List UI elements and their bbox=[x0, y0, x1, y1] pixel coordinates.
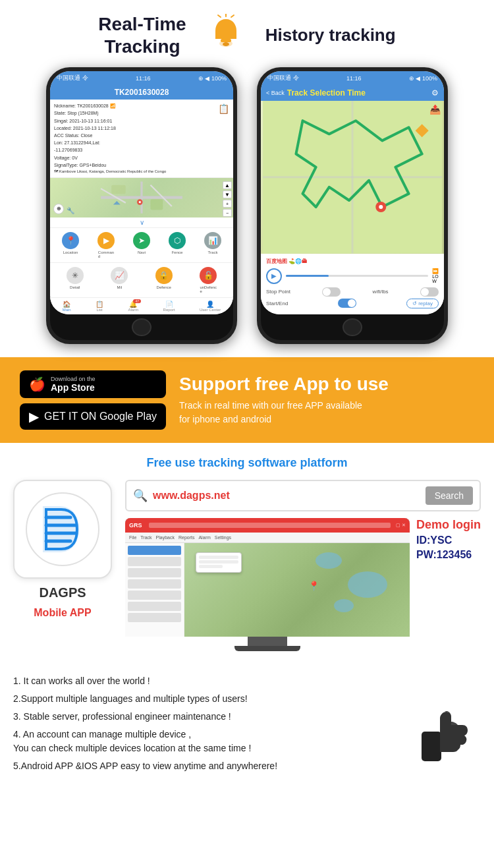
start-end-row: Start/End ↺ replay bbox=[266, 299, 439, 308]
platform-title: Free use tracking software platform bbox=[13, 456, 481, 470]
track-button[interactable]: 📊 Track bbox=[204, 232, 221, 258]
stop-point-label: Stop Point bbox=[266, 289, 290, 295]
grs-sidebar bbox=[125, 543, 184, 637]
right-phone-screen: 中国联通 令 11:16 ⊕ ◀ 100% < Back Track Selec… bbox=[261, 71, 444, 314]
navi-button[interactable]: ➤ Navi bbox=[133, 232, 150, 258]
app-store-top-label: Download on the bbox=[51, 376, 96, 382]
wifi-lbs-toggle[interactable] bbox=[420, 287, 439, 297]
search-bar[interactable]: 🔍 www.dagps.net Search bbox=[125, 480, 481, 511]
fence-button[interactable]: ⬡ Fence bbox=[169, 232, 186, 258]
url-text: www.dagps.net bbox=[153, 490, 420, 502]
right-platform: 🔍 www.dagps.net Search GRS ▢ ✕ bbox=[125, 480, 481, 651]
left-platform: DAGPS Mobile APP bbox=[13, 480, 112, 619]
monitor-display: GRS ▢ ✕ File Track Playback Reports Alar… bbox=[125, 518, 410, 637]
speed-label: LOW bbox=[432, 274, 438, 283]
mil-button[interactable]: 📈 Mil bbox=[111, 267, 128, 293]
right-status-time: 11:16 bbox=[346, 75, 362, 82]
right-phone-controls: 百度地图 ⛳🌐🏔 ▶ ⏩ LOW bbox=[261, 254, 444, 314]
app-store-button[interactable]: 🍎 Download on the App Store bbox=[20, 370, 166, 398]
undefence-button[interactable]: 🔓 unDefence bbox=[200, 267, 217, 293]
feature-1: 1. It can works all over the world ! bbox=[13, 674, 405, 688]
dagps-logo-svg bbox=[23, 490, 102, 569]
google-play-button[interactable]: ▶ GET IT ON Google Play bbox=[20, 403, 166, 430]
tab-report[interactable]: 📄 Report bbox=[163, 301, 175, 312]
map-popup bbox=[196, 552, 242, 573]
settings-icon[interactable]: ⚙ bbox=[431, 88, 439, 98]
play-button[interactable]: ▶ bbox=[266, 268, 282, 284]
status-left: 中国联通 令 bbox=[57, 74, 88, 82]
svg-point-19 bbox=[379, 205, 383, 209]
monitor-and-demo: GRS ▢ ✕ File Track Playback Reports Alar… bbox=[125, 518, 481, 651]
google-play-top-label: GET IT ON bbox=[44, 411, 96, 422]
phones-row: 中国联通 令 11:16 ⊕ ◀ 100% TK2001630028 Nickn… bbox=[13, 67, 481, 344]
monitor-screen: GRS ▢ ✕ File Track Playback Reports Alar… bbox=[125, 518, 410, 637]
yellow-section: 🍎 Download on the App Store ▶ GET IT ON … bbox=[0, 357, 494, 443]
feature-2: 2.Support multiple languages and multipl… bbox=[13, 692, 405, 706]
demo-login-title: Demo login bbox=[416, 518, 481, 532]
grs-nav: File Track Playback Reports Alarm Settin… bbox=[125, 533, 410, 543]
mobile-app-label: Mobile APP bbox=[34, 607, 91, 619]
left-phone-info: Nickname: TK2001630028 📶 State: Stop (15… bbox=[50, 100, 233, 178]
monitor-base bbox=[234, 646, 300, 651]
app-name-label: DAGPS bbox=[39, 585, 86, 600]
progress-fill bbox=[286, 275, 329, 277]
search-button[interactable]: Search bbox=[425, 486, 473, 505]
right-phone-title: Track Selection Time bbox=[287, 88, 366, 98]
search-icon: 🔍 bbox=[133, 488, 148, 503]
grs-content: 📍 bbox=[125, 543, 410, 637]
grs-map: 📍 bbox=[184, 543, 410, 637]
demo-info: Demo login ID:YSC PW:123456 bbox=[416, 518, 481, 561]
support-title: Support free App to use bbox=[179, 374, 474, 395]
svg-rect-11 bbox=[150, 200, 163, 210]
thumbs-up-icon bbox=[415, 702, 481, 777]
progress-bar[interactable] bbox=[286, 275, 428, 277]
share-icon[interactable]: 📤 bbox=[429, 104, 441, 115]
tab-list[interactable]: 📋 List bbox=[96, 301, 103, 312]
back-button[interactable]: < Back bbox=[266, 90, 285, 96]
grs-title: GRS bbox=[129, 522, 142, 529]
status-right: ⊕ ◀ 100% bbox=[198, 75, 227, 82]
feature-4: 4. An account can manage multiple device… bbox=[13, 728, 405, 755]
status-time: 11:16 bbox=[136, 75, 151, 82]
phone-signal-icon: 📋 bbox=[218, 102, 229, 116]
icon-row-1: 📍 Location ▶ Command ➤ Navi ⬡ Fence bbox=[50, 227, 233, 262]
left-map-container: ▲ ▼ + − ⊕ 🔧 bbox=[50, 178, 233, 217]
right-phone-home-button[interactable] bbox=[343, 318, 362, 336]
replay-button[interactable]: ↺ replay bbox=[406, 299, 439, 308]
history-tracking-title: History tracking bbox=[265, 25, 396, 45]
tab-alarm[interactable]: 🔔 47 Alarm bbox=[128, 301, 138, 312]
left-phone-home-button[interactable] bbox=[132, 318, 151, 336]
google-play-bottom-label: Google Play bbox=[99, 411, 157, 422]
baidu-logo: 百度地图 ⛳🌐🏔 bbox=[266, 258, 307, 265]
monitor-stand bbox=[248, 637, 287, 646]
svg-rect-26 bbox=[422, 732, 441, 761]
tab-user-center[interactable]: 👤 User Center bbox=[200, 301, 221, 312]
features-text: 1. It can works all over the world ! 2.S… bbox=[13, 674, 405, 777]
wifi-lbs-label: wifi/lbs bbox=[373, 289, 389, 295]
start-end-toggle[interactable] bbox=[338, 299, 356, 308]
stop-point-toggle[interactable] bbox=[322, 287, 341, 297]
icon-row-2: ✳ Detail 📈 Mil 🔒 Defence 🔓 unDefence bbox=[50, 262, 233, 297]
platform-content: DAGPS Mobile APP 🔍 www.dagps.net Search bbox=[13, 480, 481, 651]
app-store-bottom-label: App Store bbox=[51, 382, 96, 393]
fast-forward-icon[interactable]: ⏩ bbox=[432, 268, 439, 274]
location-button[interactable]: 📍 Location bbox=[62, 232, 79, 258]
google-play-icon: ▶ bbox=[29, 409, 39, 424]
left-phone-screen: 中国联通 令 11:16 ⊕ ◀ 100% TK2001630028 Nickn… bbox=[50, 71, 233, 314]
monitor-wrapper: GRS ▢ ✕ File Track Playback Reports Alar… bbox=[125, 518, 410, 651]
demo-pw: PW:123456 bbox=[416, 549, 481, 561]
top-titles: Real-Time Tracking History tracking bbox=[13, 13, 481, 57]
feature-3: 3. Stable server, professional engineer … bbox=[13, 710, 405, 724]
bell-icon bbox=[206, 14, 246, 57]
svg-point-2 bbox=[223, 42, 229, 46]
top-section: Real-Time Tracking History tracking bbox=[0, 0, 494, 351]
command-button[interactable]: ▶ Command bbox=[97, 232, 115, 258]
svg-marker-14 bbox=[113, 201, 121, 204]
tab-main[interactable]: 🏠 Main bbox=[63, 301, 71, 312]
app-logo bbox=[13, 480, 112, 579]
grs-header: GRS ▢ ✕ bbox=[125, 518, 410, 533]
defence-button[interactable]: 🔒 Defence bbox=[155, 267, 173, 293]
svg-line-4 bbox=[231, 15, 234, 17]
apple-icon: 🍎 bbox=[29, 376, 45, 392]
detail-button[interactable]: ✳ Detail bbox=[67, 267, 84, 293]
